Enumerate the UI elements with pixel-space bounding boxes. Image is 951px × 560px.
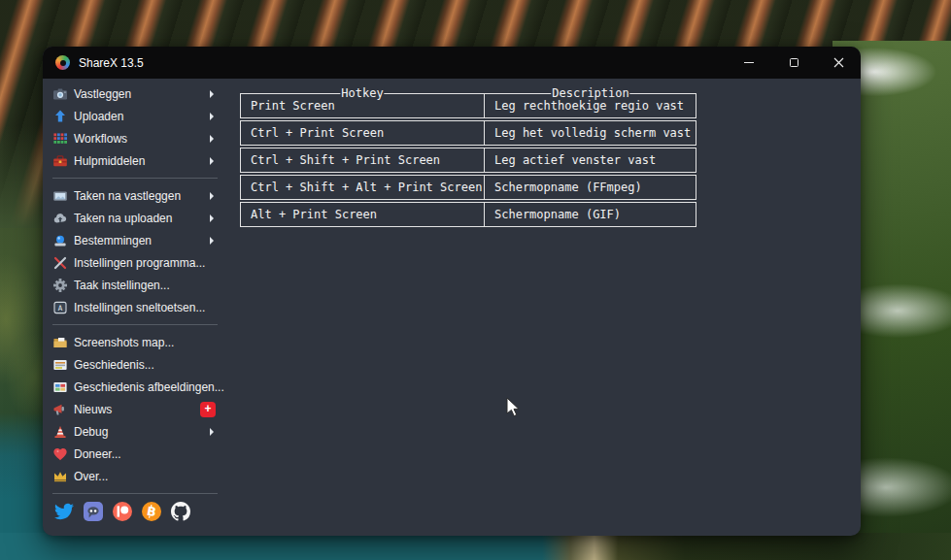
table-row[interactable]: Alt + Print Screen Schermopname (GIF) <box>240 202 696 227</box>
sidebar-item-over[interactable]: Over... <box>51 465 220 487</box>
sharex-logo-icon <box>55 55 70 70</box>
twitter-icon[interactable] <box>54 502 74 521</box>
sidebar-item-debug[interactable]: Debug <box>51 420 220 443</box>
github-icon[interactable] <box>171 502 190 521</box>
destinations-icon <box>52 233 68 248</box>
sidebar-item-label: Nieuws <box>74 403 112 416</box>
task-settings-gear-icon <box>52 278 68 293</box>
description-cell: Schermopname (GIF) <box>485 203 696 226</box>
svg-text:A: A <box>58 304 63 313</box>
description-cell: Leg actief venster vast <box>485 148 696 172</box>
desktop: ShareX 13.5 Vastleggen <box>0 0 951 560</box>
sidebar-item-label: Over... <box>74 470 108 483</box>
bitcoin-icon[interactable]: B <box>142 502 161 521</box>
close-button[interactable] <box>816 47 861 79</box>
sidebar-item-label: Screenshots map... <box>74 336 174 349</box>
sidebar-item-hulpmiddelen[interactable]: Hulpmiddelen <box>51 149 220 172</box>
table-row[interactable]: Ctrl + Shift + Print Screen Leg actief v… <box>240 148 696 173</box>
donate-heart-icon <box>52 446 68 462</box>
sidebar-item-label: Uploaden <box>74 110 123 123</box>
patreon-icon[interactable] <box>113 502 132 521</box>
sidebar-item-taak-instellingen[interactable]: Taak instellingen... <box>51 274 220 296</box>
description-cell: Schermopname (FFmpeg) <box>485 176 696 199</box>
submenu-arrow-icon <box>210 157 214 165</box>
main-menu-sidebar: Vastleggen Uploaden <box>51 82 220 500</box>
social-links: B <box>54 502 190 521</box>
titlebar[interactable]: ShareX 13.5 <box>43 47 861 79</box>
sidebar-item-label: Instellingen programma... <box>74 256 205 270</box>
news-badge: + <box>200 402 216 417</box>
sidebar-item-screenshots-map[interactable]: Screenshots map... <box>51 331 220 353</box>
maximize-icon <box>790 58 798 67</box>
column-header-hotkey: Hotkey <box>340 87 384 100</box>
window-title: ShareX 13.5 <box>79 56 144 70</box>
sidebar-item-label: Instellingen sneltoetsen... <box>74 301 205 314</box>
submenu-arrow-icon <box>210 237 214 245</box>
sharex-window: ShareX 13.5 Vastleggen <box>43 47 861 536</box>
sidebar-item-geschiedenis[interactable]: Geschiedenis... <box>51 353 220 376</box>
submenu-arrow-icon <box>210 192 214 200</box>
sidebar-item-uploaden[interactable]: Uploaden <box>51 105 220 127</box>
camera-icon <box>52 86 68 102</box>
sidebar-item-instellingen-programma[interactable]: Instellingen programma... <box>51 251 220 274</box>
sidebar-item-nieuws[interactable]: Nieuws + <box>51 398 220 420</box>
sidebar-item-label: Geschiedenis afbeeldingen... <box>74 380 224 394</box>
sidebar-item-bestemmingen[interactable]: Bestemmingen <box>51 229 220 251</box>
image-history-icon <box>52 379 68 395</box>
hotkey-table: Hotkey Description Print Screen Leg rech… <box>240 93 696 229</box>
minimize-icon <box>744 62 754 63</box>
sidebar-item-label: Taken na vastleggen <box>74 189 181 203</box>
application-settings-icon <box>52 255 68 271</box>
sidebar-item-label: Workflows <box>74 132 127 146</box>
sidebar-item-label: Debug <box>74 425 108 439</box>
sidebar-item-workflows[interactable]: Workflows <box>51 127 220 149</box>
submenu-arrow-icon <box>210 428 214 436</box>
window-body: Vastleggen Uploaden <box>43 79 861 536</box>
sidebar-item-doneer[interactable]: Doneer... <box>51 443 220 465</box>
menu-separator <box>52 324 218 325</box>
sidebar-item-label: Taak instellingen... <box>74 279 170 292</box>
news-megaphone-icon <box>52 402 68 417</box>
table-row[interactable]: Ctrl + Print Screen Leg het volledig sch… <box>240 120 696 146</box>
discord-icon[interactable] <box>84 502 103 521</box>
sidebar-item-taken-na-vastleggen[interactable]: Taken na vastleggen <box>51 184 220 207</box>
column-header-description: Description <box>551 87 629 100</box>
upload-arrow-icon <box>52 109 68 124</box>
sidebar-item-label: Taken na uploaden <box>74 212 172 225</box>
wallpaper-shoreline <box>0 533 951 560</box>
sidebar-item-taken-na-uploaden[interactable]: Taken na uploaden <box>51 207 220 229</box>
sidebar-item-label: Bestemmingen <box>74 234 152 247</box>
description-cell: Leg het volledig scherm vast <box>485 121 696 145</box>
after-upload-tasks-icon <box>52 211 68 226</box>
table-row[interactable]: Hotkey Description Print Screen Leg rech… <box>240 93 696 118</box>
hotkey-cell: Ctrl + Shift + Print Screen <box>241 148 485 172</box>
sidebar-item-label: Geschiedenis... <box>74 358 154 372</box>
sidebar-item-geschiedenis-afbeeldingen[interactable]: Geschiedenis afbeeldingen... <box>51 376 220 398</box>
screenshots-folder-icon <box>52 335 68 350</box>
menu-separator <box>52 178 218 179</box>
submenu-arrow-icon <box>210 90 214 98</box>
window-controls <box>727 47 861 79</box>
after-capture-tasks-icon <box>52 188 68 204</box>
history-list-icon <box>52 357 68 373</box>
sidebar-item-label: Vastleggen <box>74 87 131 101</box>
menu-separator <box>52 493 218 494</box>
table-row[interactable]: Ctrl + Shift + Alt + Print Screen Scherm… <box>240 175 696 200</box>
submenu-arrow-icon <box>210 113 214 120</box>
debug-cone-icon <box>52 424 68 440</box>
hotkey-settings-key-icon: A <box>52 300 68 315</box>
mouse-cursor <box>506 397 522 418</box>
hotkey-cell: Ctrl + Shift + Alt + Print Screen <box>241 176 485 199</box>
maximize-button[interactable] <box>771 47 816 79</box>
sidebar-item-vastleggen[interactable]: Vastleggen <box>51 82 220 105</box>
workflows-grid-icon <box>52 131 68 147</box>
minimize-button[interactable] <box>727 47 771 79</box>
sidebar-item-label: Doneer... <box>74 447 121 461</box>
about-crown-icon <box>52 469 68 484</box>
submenu-arrow-icon <box>210 135 214 143</box>
hotkey-cell: Ctrl + Print Screen <box>241 121 485 145</box>
hotkey-cell: Alt + Print Screen <box>241 203 485 226</box>
sidebar-item-instellingen-sneltoetsen[interactable]: A Instellingen sneltoetsen... <box>51 296 220 318</box>
toolbox-icon <box>52 153 68 169</box>
submenu-arrow-icon <box>210 214 214 222</box>
